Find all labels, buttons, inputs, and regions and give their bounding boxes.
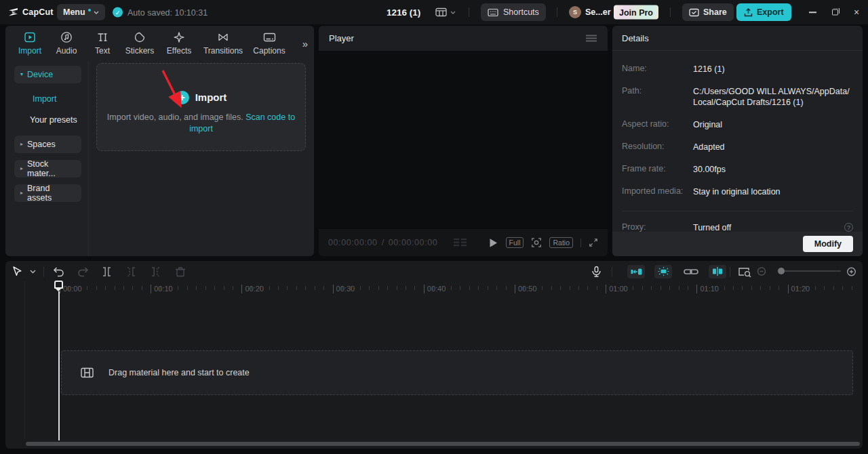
undo-icon[interactable]	[53, 266, 64, 276]
user-name: Se...er	[585, 7, 611, 17]
select-tool-icon[interactable]	[12, 266, 22, 277]
capcut-window: CapCut Menu ✓ Auto saved: 10:10:31 1216 …	[0, 0, 868, 454]
export-icon	[744, 8, 753, 17]
sidebar-item-label: Device	[27, 70, 53, 79]
zoom-out-icon[interactable]	[757, 266, 767, 276]
close-button[interactable]: ×	[850, 7, 863, 18]
tab-effects[interactable]: Effects	[160, 31, 198, 56]
tab-import[interactable]: Import	[12, 31, 47, 56]
link-toggle[interactable]	[684, 268, 698, 276]
split-icon[interactable]	[102, 266, 112, 277]
restore-icon	[832, 9, 838, 16]
timeline-horizontal-scrollbar[interactable]	[26, 442, 860, 446]
ruler-label: 01:10	[696, 285, 719, 293]
sidebar-item-brand-assets[interactable]: ▸ Brand assets	[14, 184, 81, 202]
tabs-overflow-chevron-icon[interactable]: »	[302, 38, 307, 49]
record-voiceover-icon[interactable]	[591, 266, 601, 277]
full-preview-button[interactable]: Full	[506, 237, 524, 248]
redo-icon[interactable]	[77, 266, 89, 276]
details-divider	[622, 211, 853, 211]
plus-icon[interactable]: +	[176, 91, 189, 104]
import-card-title: Import	[195, 91, 227, 103]
player-menu-icon[interactable]	[585, 35, 597, 42]
timecode: 00:00:00:00 / 00:00:00:00	[328, 238, 437, 247]
capcut-logo: CapCut	[8, 7, 54, 17]
sidebar-item-stock-materials[interactable]: ▸ Stock mater...	[14, 160, 81, 178]
details-header: Details	[612, 26, 863, 51]
tab-audio[interactable]: Audio	[47, 31, 85, 56]
detail-row-resolution: Resolution: Adapted	[622, 142, 853, 152]
zoom-in-icon[interactable]	[846, 266, 856, 276]
play-button[interactable]	[489, 238, 498, 248]
menu-button[interactable]: Menu	[57, 4, 105, 20]
auto-snap-toggle[interactable]	[654, 265, 672, 278]
import-tab-icon	[24, 31, 36, 43]
frame-compare-icon[interactable]	[454, 238, 467, 247]
sidebar-item-spaces[interactable]: ▸ Spaces	[14, 136, 81, 153]
sidebar-item-your-presets[interactable]: Your presets	[30, 115, 88, 125]
minimize-button[interactable]	[806, 12, 818, 13]
detail-row-frame-rate: Frame rate: 30.00fps	[622, 164, 853, 175]
detail-value: Original	[693, 119, 853, 130]
preview-axis-toggle[interactable]	[709, 265, 726, 278]
thumbnail-settings-icon[interactable]	[738, 266, 751, 277]
layout-switch-button[interactable]	[435, 7, 456, 17]
current-time: 00:00:00:00	[328, 238, 378, 247]
select-tool-chevron-icon[interactable]	[30, 270, 36, 274]
help-icon[interactable]: ?	[844, 223, 853, 232]
export-button[interactable]: Export	[736, 3, 791, 21]
main-track-magnet-toggle[interactable]	[627, 265, 645, 278]
delete-right-icon[interactable]	[151, 266, 161, 277]
ruler-label: 01:00	[606, 285, 628, 293]
media-tab-bar: Import Audio Text	[5, 26, 314, 61]
audio-tab-icon	[60, 31, 73, 43]
stickers-tab-icon	[134, 31, 146, 43]
tab-captions[interactable]: Captions	[248, 31, 290, 56]
toolbar-divider	[730, 266, 730, 276]
restore-button[interactable]	[829, 9, 841, 16]
join-pro-button[interactable]: Join Pro	[614, 5, 658, 20]
sidebar-item-import[interactable]: Import	[33, 94, 88, 104]
import-drop-card[interactable]: + Import Import video, audio, and image …	[96, 63, 306, 151]
delete-left-icon[interactable]	[126, 266, 136, 277]
focus-icon[interactable]	[531, 237, 542, 248]
timeline-drop-zone[interactable]: Drag material here and start to create	[61, 350, 853, 395]
topbar-divider	[557, 7, 557, 17]
track-gutter-divider	[24, 281, 25, 439]
ruler-label: 00:30	[333, 285, 355, 293]
zoom-slider-handle[interactable]	[778, 268, 785, 274]
share-label: Share	[703, 7, 727, 17]
modify-button[interactable]: Modify	[803, 236, 853, 252]
media-body: ▾ Device Import Your presets ▸ Spaces ▸ …	[5, 61, 314, 256]
ratio-button[interactable]: Ratio	[549, 237, 573, 248]
detail-value: 1216 (1)	[693, 64, 853, 75]
detail-label: Aspect ratio:	[622, 119, 693, 130]
detail-label: Imported media:	[622, 186, 693, 197]
drop-hint-text: Drag material here and start to create	[108, 368, 250, 377]
detail-label: Frame rate:	[622, 164, 693, 175]
tab-transitions[interactable]: Transitions	[198, 31, 248, 56]
details-body: Name: 1216 (1) Path: C:/Users/GOOD WILL …	[612, 51, 863, 233]
playhead-handle[interactable]	[54, 281, 63, 289]
sidebar-item-label: Brand assets	[27, 184, 75, 203]
topbar-divider	[469, 7, 469, 17]
caret-right-icon: ▸	[20, 166, 23, 171]
player-title: Player	[329, 33, 354, 43]
playhead-line[interactable]	[58, 291, 60, 440]
tab-label: Stickers	[125, 46, 155, 56]
timeline-zoom-slider[interactable]	[778, 270, 841, 272]
tab-label: Transitions	[203, 46, 243, 56]
ruler-minor-ticks	[60, 286, 860, 290]
timeline-ruler[interactable]: 00:00 00:10 00:20 00:30 00:40 00:50 01:0…	[5, 282, 863, 296]
delete-icon[interactable]	[175, 266, 186, 277]
avatar[interactable]: S	[569, 6, 581, 18]
detail-row-imported-media: Imported media: Stay in original locatio…	[622, 186, 853, 197]
tab-text[interactable]: Text	[85, 31, 119, 56]
share-button[interactable]: Share	[682, 3, 734, 21]
effects-tab-icon	[173, 31, 185, 43]
tab-stickers[interactable]: Stickers	[119, 31, 160, 56]
shortcuts-button[interactable]: Shortcuts	[481, 3, 546, 21]
fullscreen-icon[interactable]	[589, 238, 598, 247]
tab-label: Import	[18, 46, 41, 56]
sidebar-item-device[interactable]: ▾ Device	[14, 66, 81, 83]
